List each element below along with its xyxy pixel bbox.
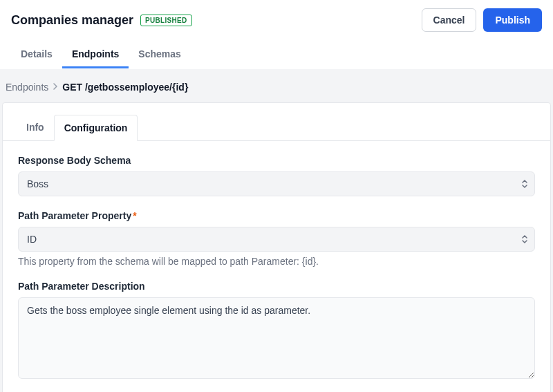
page-header: Companies manager PUBLISHED Cancel Publi… <box>0 0 553 32</box>
form-body: Response Body Schema Boss Path Parameter… <box>3 141 550 392</box>
sub-tabs: Info Configuration <box>3 114 550 141</box>
tab-details[interactable]: Details <box>11 41 62 68</box>
path-param-property-label: Path Parameter Property* <box>18 210 535 221</box>
path-param-description-textarea[interactable] <box>18 297 535 379</box>
breadcrumb-current: GET /getbossemployee/{id} <box>62 82 188 93</box>
tab-endpoints[interactable]: Endpoints <box>62 41 129 68</box>
subtab-configuration[interactable]: Configuration <box>54 115 138 141</box>
main-tabs: Details Endpoints Schemas <box>0 41 553 69</box>
response-body-schema-select[interactable]: Boss <box>18 171 535 196</box>
cancel-button[interactable]: Cancel <box>422 8 477 32</box>
content-area: Endpoints GET /getbossemployee/{id} Info… <box>0 69 553 392</box>
path-param-description-label: Path Parameter Description <box>18 281 535 292</box>
subtab-info[interactable]: Info <box>17 115 54 141</box>
publish-button[interactable]: Publish <box>483 8 542 32</box>
status-badge: PUBLISHED <box>140 15 191 26</box>
page-title: Companies manager <box>11 13 133 28</box>
tab-schemas[interactable]: Schemas <box>129 41 190 68</box>
response-body-schema-label: Response Body Schema <box>18 155 535 166</box>
path-param-property-help: This property from the schema will be ma… <box>18 256 535 267</box>
breadcrumb: Endpoints GET /getbossemployee/{id} <box>0 76 553 102</box>
breadcrumb-root[interactable]: Endpoints <box>6 82 48 93</box>
chevron-right-icon <box>53 82 58 92</box>
config-panel: Info Configuration Response Body Schema … <box>2 102 551 392</box>
required-asterisk-icon: * <box>133 210 136 221</box>
path-param-property-select[interactable]: ID <box>18 227 535 252</box>
